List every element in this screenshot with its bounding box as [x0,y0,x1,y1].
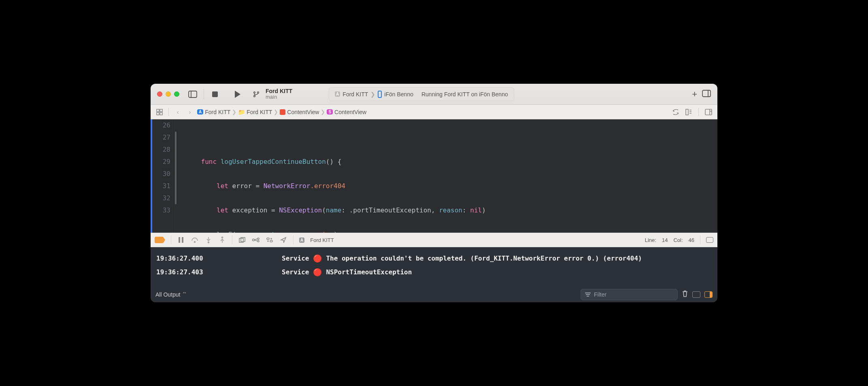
related-items-button[interactable] [155,107,164,117]
filter-placeholder: Filter [594,291,606,298]
console-footer-right: Filter [581,289,713,300]
process-badge-icon: A [299,238,304,243]
svg-rect-33 [267,238,269,240]
svg-point-21 [194,242,196,243]
svg-point-3 [254,95,255,97]
line-gutter: 26 27 28 29 30 31 32 33 [152,119,175,233]
output-scope-dropdown[interactable]: All Output ˄˅ [155,291,186,298]
log-timestamp: 19:36:27.400 [156,255,278,262]
variables-view-toggle[interactable] [692,291,700,298]
separator [204,89,204,100]
environment-overrides-button[interactable] [266,236,274,244]
svg-line-32 [255,240,258,241]
project-badge-icon: A [335,91,340,97]
line-number: 31 [152,180,170,192]
nav-back-button[interactable]: ‹ [173,107,183,117]
svg-rect-7 [157,109,159,112]
svg-rect-9 [157,112,159,115]
console-filter-input[interactable]: Filter [581,289,678,300]
debug-memory-graph-button[interactable] [252,236,260,244]
chevron-right-icon: ❯ [321,109,325,115]
project-icon: A [197,109,203,115]
svg-rect-10 [160,112,162,115]
svg-rect-19 [179,237,180,243]
crumb-project[interactable]: A Ford KITT ❯ [197,109,236,115]
code-editor[interactable]: 26 27 28 29 30 31 32 33 func logUserTapp… [151,119,717,233]
output-scope-label: All Output [155,291,180,298]
crumb-file[interactable]: ContentView ❯ [280,109,325,115]
svg-rect-34 [270,240,272,242]
step-over-button[interactable] [191,236,199,244]
svg-point-35 [268,241,268,242]
simulate-location-button[interactable] [279,236,287,244]
cursor-col-label: Col: [673,237,683,243]
breadcrumb: A Ford KITT ❯ 📁 Ford KITT ❯ ContentView … [197,109,366,115]
code-content[interactable]: func logUserTappedContinueButton() { let… [177,119,486,233]
titlebar-right: + [692,89,711,100]
run-status: Running Ford KITT on iFön Benno [421,91,508,98]
chevron-right-icon: ❯ [232,109,236,115]
filter-icon [585,293,591,297]
separator [698,108,699,116]
debug-toolbar-right: Line: 14 Col: 46 [645,235,713,244]
pause-button[interactable] [177,236,185,244]
breakpoints-toggle[interactable] [155,237,165,243]
svg-rect-8 [160,109,162,112]
toggle-inspector-button[interactable] [702,90,711,99]
debug-view-hierarchy-button[interactable] [238,236,246,244]
refresh-icon[interactable] [671,107,681,117]
step-out-button[interactable] [218,236,226,244]
branch-icon[interactable] [251,89,262,100]
add-button[interactable]: + [692,89,697,100]
crumb-label: Ford KITT [205,109,230,115]
line-number: 33 [152,204,170,216]
run-button[interactable] [232,89,243,100]
scheme-name: Ford KITT [343,91,368,98]
line-number: 27 [152,131,170,144]
branch-name: main [266,94,292,100]
line-number: 32 [152,192,170,204]
log-message: The operation couldn't be completed. (Fo… [326,255,642,262]
cursor-line-label: Line: [645,237,656,243]
step-into-button[interactable] [204,236,213,244]
svg-point-36 [271,238,272,239]
toggle-debug-area-button[interactable] [706,237,713,243]
crumb-folder[interactable]: 📁 Ford KITT ❯ [238,109,278,115]
scheme-destination-pill[interactable]: A Ford KITT ❯ iFön Benno Running Ford KI… [329,87,514,101]
chevron-right-icon: ❯ [370,91,375,98]
stop-button[interactable] [210,89,220,100]
clear-console-button[interactable] [682,290,688,299]
svg-rect-11 [686,109,688,115]
svg-point-23 [208,242,209,243]
error-indicator-icon: 🔴 [313,268,322,276]
device-icon [378,91,382,98]
log-row: 19:36:27.400 Service 🔴 The operation cou… [156,251,712,265]
process-name[interactable]: Ford KITT [310,237,334,243]
zoom-window-button[interactable] [174,91,179,97]
svg-rect-20 [182,237,183,243]
crumb-label: ContentView [287,109,319,115]
svg-point-29 [257,238,259,240]
line-number: 28 [152,144,170,156]
log-category: Service [282,255,309,262]
log-timestamp: 19:36:27.403 [156,268,278,276]
console-view-toggle[interactable] [704,291,713,298]
chevron-right-icon: ❯ [274,109,278,115]
separator [168,108,169,116]
jump-bar: ‹ › A Ford KITT ❯ 📁 Ford KITT ❯ ContentV… [151,105,717,119]
swift-file-icon [280,109,285,115]
xcode-window: Ford KITT main A Ford KITT ❯ iFön Benno … [151,84,717,302]
toggle-navigator-button[interactable] [187,89,198,100]
crumb-symbol[interactable]: S ContentView [327,109,366,115]
svg-rect-0 [189,91,197,98]
project-name: Ford KITT [266,88,292,94]
nav-forward-button[interactable]: › [185,107,195,117]
svg-rect-15 [705,109,712,115]
log-row: 19:36:27.403 Service 🔴 NSPortTimeoutExce… [156,265,712,279]
minimap-icon[interactable] [684,107,694,117]
close-window-button[interactable] [157,91,162,97]
scrollbar-thumb[interactable] [175,131,177,204]
minimize-window-button[interactable] [166,91,171,97]
separator [232,235,232,244]
add-editor-button[interactable] [704,107,713,117]
